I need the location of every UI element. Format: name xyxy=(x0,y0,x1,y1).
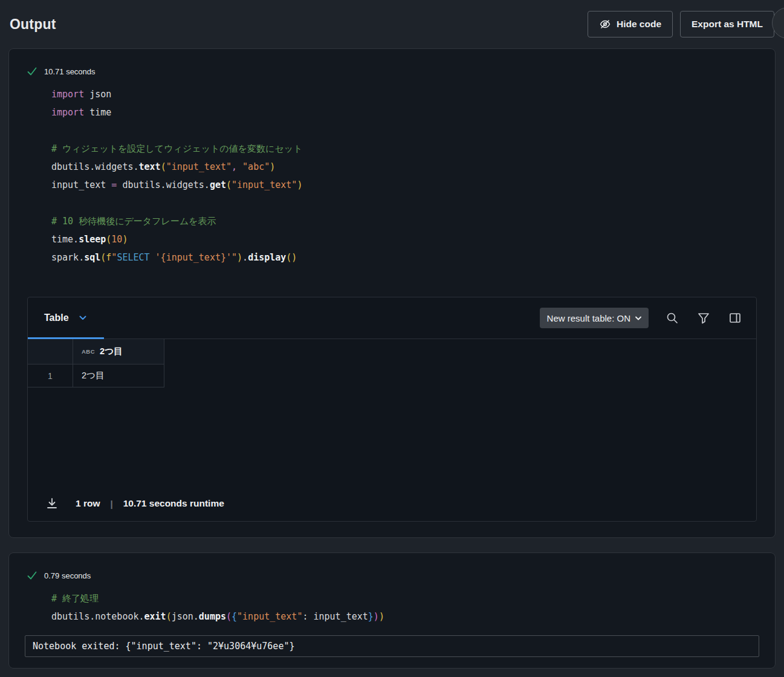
string-type-icon: ABC xyxy=(82,348,95,355)
row-count: 1 row xyxy=(76,498,100,509)
execution-status-row: 10.71 seconds xyxy=(18,66,766,77)
table-cell: 2つ目 xyxy=(73,364,164,387)
result-footer: 1 row | 10.71 seconds runtime xyxy=(28,486,756,521)
result-table: ABC 2つ目 1 2つ目 xyxy=(28,339,756,486)
row-number-header xyxy=(28,339,73,364)
chevron-down-icon[interactable] xyxy=(79,316,86,320)
search-icon[interactable] xyxy=(664,310,680,326)
notebook-cell-2: 0.79 seconds # 終了処理dbutils.notebook.exit… xyxy=(8,552,776,669)
column-name: 2つ目 xyxy=(100,346,122,357)
notebook-cell-1: 10.71 seconds import jsonimport time # ウ… xyxy=(8,48,776,538)
code-block: # 終了処理dbutils.notebook.exit(json.dumps({… xyxy=(51,589,766,626)
row-number-cell: 1 xyxy=(28,364,73,387)
header-actions: Hide code Export as HTML xyxy=(588,11,774,37)
column-header[interactable]: ABC 2つ目 xyxy=(73,339,164,364)
code-block: import jsonimport time # ウィジェットを設定してウィジェ… xyxy=(51,85,766,267)
runtime-text: 10.71 seconds runtime xyxy=(123,498,224,509)
new-result-table-label: New result table: ON xyxy=(547,313,630,323)
success-check-icon xyxy=(27,66,37,77)
eye-slash-icon xyxy=(599,18,611,30)
tab-active-indicator xyxy=(28,337,104,339)
page-title: Output xyxy=(10,16,56,33)
footer-divider: | xyxy=(110,499,112,509)
tab-table-label: Table xyxy=(44,313,69,323)
tab-table[interactable]: Table xyxy=(28,297,104,338)
download-icon[interactable] xyxy=(44,496,60,511)
new-result-table-toggle[interactable]: New result table: ON xyxy=(540,308,649,328)
chevron-down-icon xyxy=(635,316,641,320)
table-row: 1 2つ目 xyxy=(28,364,164,387)
table-header-row: ABC 2つ目 xyxy=(28,339,164,364)
success-check-icon xyxy=(27,570,37,581)
execution-status-row: 0.79 seconds xyxy=(18,570,766,581)
panel-columns-icon[interactable] xyxy=(727,310,743,326)
result-toolbar: New result table: ON xyxy=(540,308,743,328)
execution-duration: 0.79 seconds xyxy=(44,571,91,580)
export-html-label: Export as HTML xyxy=(692,19,763,30)
notebook-exit-output: Notebook exited: {"input_text": "2¥u3064… xyxy=(25,635,759,657)
filter-icon[interactable] xyxy=(696,310,711,326)
export-html-button[interactable]: Export as HTML xyxy=(680,11,774,37)
hide-code-button[interactable]: Hide code xyxy=(588,11,673,37)
result-panel: Table New result table: ON xyxy=(27,297,757,522)
hide-code-label: Hide code xyxy=(617,19,661,30)
page-header: Output Hide code Export as HTML xyxy=(0,0,784,48)
result-tabbar: Table New result table: ON xyxy=(28,297,756,339)
execution-duration: 10.71 seconds xyxy=(44,67,96,76)
